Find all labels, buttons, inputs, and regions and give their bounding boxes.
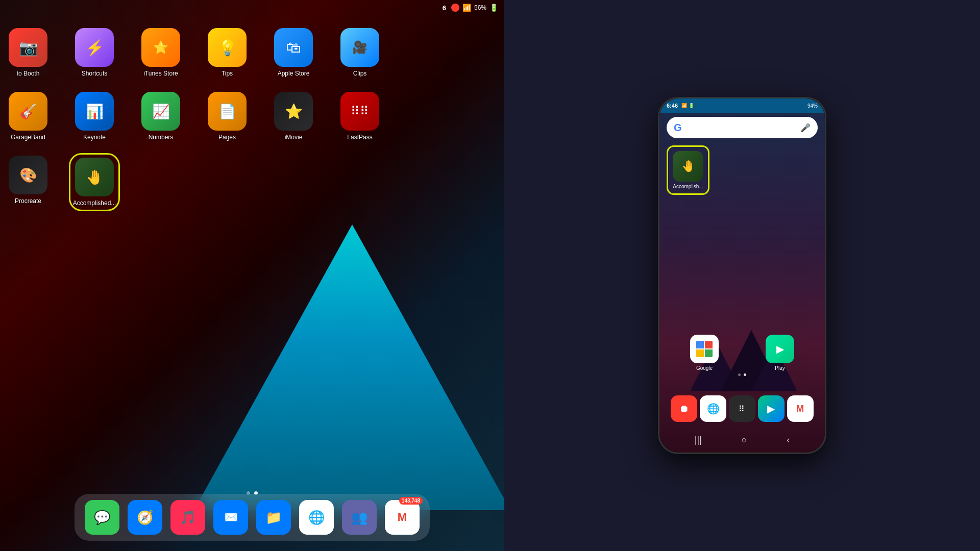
app-row-3: 🎨 Procreate 🤚 Accomplished... — [5, 156, 117, 209]
app-row-1: 📷 to Booth ⚡ Shortcuts ⭐ iTunes Store 💡 … — [5, 28, 383, 77]
nav-recents[interactable]: ||| — [689, 433, 708, 447]
phone-app-accomplished[interactable]: 🤚 Accomplish... — [667, 145, 709, 195]
dock-music[interactable]: 🎵 — [170, 500, 205, 535]
app-tips-label: Tips — [222, 70, 233, 77]
phone-accomplished-icon: 🤚 — [673, 151, 703, 182]
app-numbers[interactable]: 📈 Numbers — [138, 92, 184, 141]
app-accomplished[interactable]: 🤚 Accomplished... — [71, 156, 117, 209]
phone-screen: 6:46 📶 🔋 94% G 🎤 🤚 Accom — [659, 98, 825, 453]
app-garageband-label: GarageBand — [11, 134, 45, 141]
wifi-icon: 📶 — [462, 4, 471, 12]
phone-battery: 94% — [807, 103, 818, 109]
app-itunes-store[interactable]: ⭐ iTunes Store — [138, 28, 184, 77]
phone-app-play[interactable]: ▶ Play — [766, 335, 794, 371]
google-icon — [690, 335, 719, 363]
app-shortcuts-label: Shortcuts — [82, 70, 108, 77]
app-keynote-label: Keynote — [83, 134, 106, 141]
app-clips[interactable]: 🎥 Clips — [337, 28, 383, 77]
app-shortcuts[interactable]: ⚡ Shortcuts — [71, 28, 117, 77]
app-numbers-label: Numbers — [149, 134, 174, 141]
app-procreate-label: Procreate — [15, 197, 41, 205]
time-display: 6 — [443, 4, 446, 12]
dock-files[interactable]: 📁 — [256, 500, 291, 535]
phone-dock-chrome[interactable]: 🌐 — [700, 395, 726, 422]
app-accomplished-label: Accomplished... — [73, 199, 116, 207]
gmail-badge: 143,748 — [399, 497, 423, 505]
dock-safari[interactable]: 🧭 — [128, 500, 162, 535]
phone-dock-gmail[interactable]: M — [787, 395, 814, 422]
app-pages-label: Pages — [218, 134, 236, 141]
app-garageband[interactable]: 🎸 GarageBand — [5, 92, 51, 141]
nav-home[interactable]: ○ — [736, 433, 753, 447]
google-search-bar[interactable]: G 🎤 — [667, 117, 818, 138]
play-icon: ▶ — [766, 335, 794, 363]
app-procreate[interactable]: 🎨 Procreate — [5, 156, 51, 205]
google-app-label: Google — [696, 365, 713, 371]
app-itunes-label: iTunes Store — [143, 70, 178, 77]
phone-dock-record[interactable]: ⏺ — [671, 395, 697, 422]
phone-frame: 6:46 📶 🔋 94% G 🎤 🤚 Accom — [658, 97, 826, 454]
phone-status-bar: 6:46 📶 🔋 94% — [659, 98, 825, 113]
phone-nav-bar: ||| ○ ‹ — [659, 433, 825, 447]
dock-gmail[interactable]: M 143,748 — [385, 500, 420, 535]
battery-icon: 🔋 — [489, 4, 498, 12]
google-grid-icon — [696, 341, 713, 357]
app-apple-store-label: Apple Store — [278, 70, 310, 77]
phone-dot-1[interactable] — [738, 373, 741, 376]
phone-dock: ⏺ 🌐 ⠿ ▶ M — [659, 395, 825, 422]
phone-apps-row: Google ▶ Play — [667, 335, 818, 371]
app-pages[interactable]: 📄 Pages — [204, 92, 250, 141]
app-photo-booth-label: to Booth — [17, 70, 40, 77]
ipad-status-bar: 6 📶 56% 🔋 — [0, 0, 504, 15]
record-indicator — [451, 4, 459, 12]
app-clips-label: Clips — [353, 70, 367, 77]
app-tips[interactable]: 💡 Tips — [204, 28, 250, 77]
phone-app-google[interactable]: Google — [690, 335, 719, 371]
phone-dock-apps[interactable]: ⠿ — [729, 395, 755, 422]
app-keynote[interactable]: 📊 Keynote — [71, 92, 117, 141]
dock-mail[interactable]: ✉️ — [213, 500, 248, 535]
app-lastpass[interactable]: ⠿⠿ LastPass — [337, 92, 383, 141]
background-shape — [194, 224, 504, 510]
app-apple-store[interactable]: 🛍 Apple Store — [271, 28, 316, 77]
play-app-label: Play — [775, 365, 785, 371]
dock-messages[interactable]: 💬 — [85, 500, 119, 535]
app-row-2: 🎸 GarageBand 📊 Keynote 📈 Numbers 📄 Pages — [5, 92, 383, 141]
phone-status-right: 94% — [807, 103, 818, 109]
phone-dot-2[interactable] — [744, 373, 746, 376]
battery-display: 56% — [474, 4, 486, 11]
phone-dock-playstore[interactable]: ▶ — [758, 395, 785, 422]
app-imovie-label: iMovie — [285, 134, 303, 141]
dock-teams[interactable]: 👥 — [342, 500, 377, 535]
mic-icon[interactable]: 🎤 — [800, 123, 811, 133]
phone-page-dots — [738, 373, 746, 376]
google-logo: G — [674, 122, 682, 134]
app-photo-booth[interactable]: 📷 to Booth — [5, 28, 51, 77]
app-imovie[interactable]: ⭐ iMovie — [271, 92, 316, 141]
phone-accomplished-label: Accomplish... — [673, 184, 703, 189]
dock-chrome[interactable]: 🌐 — [299, 500, 334, 535]
phone-time: 6:46 — [667, 103, 678, 109]
app-lastpass-label: LastPass — [347, 134, 372, 141]
ipad-screen: 6 📶 56% 🔋 📷 to Booth ⚡ Shortcuts ⭐ — [0, 0, 504, 551]
phone-signal-icons: 📶 🔋 — [681, 103, 694, 108]
nav-back[interactable]: ‹ — [780, 433, 796, 447]
android-screen: 6:46 📶 🔋 94% G 🎤 🤚 Accom — [504, 0, 980, 551]
phone-status-left: 6:46 📶 🔋 — [667, 103, 694, 109]
ipad-dock: 💬 🧭 🎵 ✉️ 📁 🌐 👥 M 143,748 — [75, 494, 430, 541]
